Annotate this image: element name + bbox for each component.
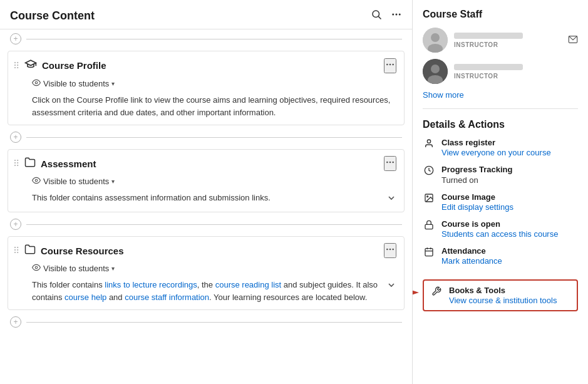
drag-handle-course-resources[interactable]: ⠿ xyxy=(13,246,19,256)
svg-point-18 xyxy=(431,33,440,42)
progress-tracking-label: Progress Tracking xyxy=(441,165,512,174)
svg-point-11 xyxy=(392,162,394,163)
badge-arrow-group: 1 xyxy=(413,284,419,301)
svg-point-3 xyxy=(396,14,398,16)
item-header-course-profile: ⠿ Course Profile xyxy=(8,51,404,77)
attendance-link[interactable]: Mark attendance xyxy=(441,256,502,266)
course-resources-title: Course Resources xyxy=(41,246,379,256)
divider-line xyxy=(26,39,402,39)
course-resources-collapse-button[interactable] xyxy=(386,280,396,293)
show-more-link[interactable]: Show more xyxy=(423,90,578,100)
assessment-caret: ▾ xyxy=(111,178,115,185)
svg-marker-34 xyxy=(413,289,419,296)
header-icons xyxy=(371,9,402,23)
add-row-top: + xyxy=(0,29,412,48)
svg-point-5 xyxy=(386,63,388,65)
staff-item-1: INSTRUCTOR xyxy=(423,28,578,53)
assessment-more-button[interactable] xyxy=(384,156,396,171)
content-item-assessment: ⠿ Assessment Visible to students ▾ This … xyxy=(8,149,405,212)
add-row-mid2: + xyxy=(0,215,412,234)
course-profile-description: Click on the Course Profile link to view… xyxy=(8,93,404,125)
assessment-collapse-button[interactable] xyxy=(386,193,396,205)
course-resources-folder-icon xyxy=(24,244,36,258)
add-bottom-button[interactable]: + xyxy=(10,316,21,328)
svg-point-24 xyxy=(427,140,430,143)
page-title: Course Content xyxy=(10,9,95,23)
course-resources-description: This folder contains links to lecture re… xyxy=(32,279,381,303)
course-resources-more-button[interactable] xyxy=(384,243,396,258)
drag-handle-assessment[interactable]: ⠿ xyxy=(13,158,19,169)
reading-list-link[interactable]: course reading list xyxy=(215,280,282,289)
item-header-course-resources: ⠿ Course Resources xyxy=(8,237,404,262)
divider-line-mid1 xyxy=(26,137,402,138)
svg-point-6 xyxy=(389,63,391,65)
details-actions-title: Details & Actions xyxy=(423,119,578,130)
course-resources-visibility-row[interactable]: Visible to students ▾ xyxy=(8,262,404,278)
add-row-bottom: + xyxy=(0,313,412,331)
item-header-assessment: ⠿ Assessment xyxy=(8,150,404,175)
progress-tracking-status: Turned on xyxy=(441,175,478,185)
left-header: Course Content xyxy=(0,0,412,29)
staff-info-2: INSTRUCTOR xyxy=(454,64,578,80)
more-options-button[interactable] xyxy=(391,9,402,23)
class-register-content: Class register View everyone on your cou… xyxy=(441,138,551,157)
course-profile-more-button[interactable] xyxy=(384,58,396,73)
drag-handle-course-profile[interactable]: ⠿ xyxy=(13,61,19,71)
svg-point-13 xyxy=(386,249,388,251)
class-register-label: Class register xyxy=(441,138,551,147)
search-button[interactable] xyxy=(371,9,382,23)
visibility-eye-icon xyxy=(32,78,41,89)
svg-point-12 xyxy=(35,179,38,182)
progress-tracking-icon xyxy=(423,165,435,175)
svg-point-9 xyxy=(386,162,388,163)
email-icon-1[interactable] xyxy=(568,34,578,46)
add-mid1-button[interactable]: + xyxy=(10,132,21,143)
svg-point-14 xyxy=(389,249,391,251)
divider-line-bottom xyxy=(26,322,402,323)
books-tools-wrapper: 1 Books & Tools View course & institutio xyxy=(423,273,578,311)
left-panel: Course Content + ⠿ Course Profi xyxy=(0,0,413,384)
divider-line-mid2 xyxy=(26,224,402,225)
books-tools-label: Books & Tools xyxy=(449,286,557,295)
attendance-icon xyxy=(423,247,435,257)
books-tools-inner: Books & Tools View course & institution … xyxy=(430,286,570,305)
svg-point-2 xyxy=(392,14,394,16)
course-profile-icon xyxy=(24,58,37,73)
course-open-label: Course is open xyxy=(441,219,558,229)
class-register-link[interactable]: View everyone on your course xyxy=(441,148,551,157)
attendance-content: Attendance Mark attendance xyxy=(441,246,502,266)
staff-role-1: INSTRUCTOR xyxy=(454,41,562,48)
lecture-recordings-link[interactable]: links to lecture recordings xyxy=(105,280,197,289)
svg-point-7 xyxy=(392,63,394,65)
assessment-visibility-row[interactable]: Visible to students ▾ xyxy=(8,175,404,190)
course-staff-section: Course Staff INSTRUCTOR xyxy=(423,9,578,109)
course-staff-link[interactable]: course staff information xyxy=(125,293,209,302)
svg-point-27 xyxy=(427,196,428,197)
svg-point-4 xyxy=(399,14,401,16)
course-open-link[interactable]: Students can access this course xyxy=(441,229,558,239)
books-tools-icon xyxy=(430,286,443,296)
books-tools-link[interactable]: View course & institution tools xyxy=(449,296,557,305)
svg-line-1 xyxy=(378,16,381,19)
course-profile-visibility-row[interactable]: Visible to students ▾ xyxy=(8,77,404,93)
avatar-instructor-2 xyxy=(423,59,448,84)
books-tools-content: Books & Tools View course & institution … xyxy=(449,286,557,305)
svg-point-16 xyxy=(35,266,38,269)
add-top-button[interactable]: + xyxy=(10,33,21,44)
staff-name-redacted-1 xyxy=(454,33,523,39)
course-help-link[interactable]: course help xyxy=(64,293,106,302)
assessment-visibility-text: Visible to students xyxy=(43,177,109,186)
assessment-eye-icon xyxy=(32,176,41,187)
visibility-caret: ▾ xyxy=(111,80,115,87)
svg-rect-29 xyxy=(425,249,433,256)
class-register-icon xyxy=(423,138,435,148)
course-image-label: Course Image xyxy=(441,192,513,202)
svg-point-15 xyxy=(392,249,394,251)
course-image-link[interactable]: Edit display settings xyxy=(441,202,513,212)
svg-rect-28 xyxy=(425,224,433,229)
assessment-title: Assessment xyxy=(41,158,379,169)
course-resources-eye-icon xyxy=(32,263,41,274)
staff-item-2: INSTRUCTOR xyxy=(423,59,578,84)
add-mid2-button[interactable]: + xyxy=(10,219,21,230)
right-panel: Course Staff INSTRUCTOR xyxy=(413,0,588,384)
